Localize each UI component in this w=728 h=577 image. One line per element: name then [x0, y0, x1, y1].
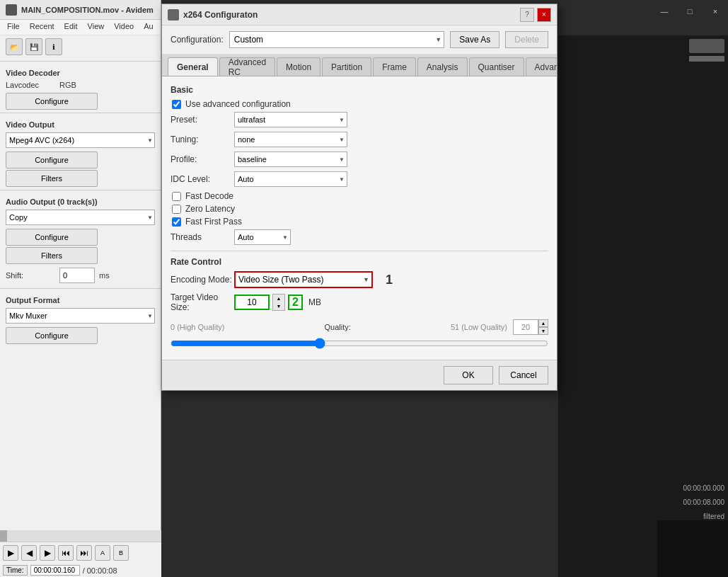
config-label: Configuration: [171, 35, 224, 45]
fast-first-pass-checkbox[interactable] [172, 217, 181, 227]
menu-view[interactable]: View [83, 21, 109, 33]
tab-frame[interactable]: Frame [373, 57, 416, 76]
target-size-input[interactable] [234, 295, 270, 310]
tab-general[interactable]: General [168, 57, 218, 76]
threads-label: Threads [171, 232, 234, 242]
app-title: MAIN_COMPOSITION.mov - Avidem [21, 6, 154, 14]
cancel-btn[interactable]: Cancel [499, 366, 548, 384]
idc-level-label: IDC Level: [171, 174, 234, 184]
dialog-help-btn[interactable]: ? [520, 8, 534, 22]
audio-copy-select[interactable]: Copy [6, 210, 155, 225]
tuning-select[interactable]: none [234, 132, 347, 147]
rate-control-header: Rate Control [171, 257, 548, 267]
tab-analysis[interactable]: Analysis [417, 57, 468, 76]
output-configure-btn[interactable]: Configure [6, 327, 98, 344]
save-as-btn[interactable]: Save As [450, 31, 499, 48]
encoding-mode-select[interactable]: Video Size (Two Pass) Constant Quality A… [234, 271, 373, 288]
fast-decode-label: Fast Decode [185, 191, 233, 201]
app-title-bar: MAIN_COMPOSITION.mov - Avidem [0, 0, 161, 20]
menu-video[interactable]: Video [110, 21, 138, 33]
menu-recent[interactable]: Recent [25, 21, 59, 33]
mark-a-btn[interactable]: A [95, 545, 110, 561]
app-close-btn[interactable]: × [703, 0, 728, 23]
target-size-up[interactable]: ▲ [273, 295, 284, 302]
prev-btn[interactable]: ◀ [21, 545, 37, 561]
threads-select[interactable]: Auto [234, 229, 291, 245]
video-output-codec-row: Mpeg4 AVC (x264) ▼ [0, 130, 161, 150]
dialog-title-bar: x264 Configuraton ? × [162, 4, 557, 25]
idc-level-control: Auto ▼ [234, 171, 548, 187]
preset-control: ultrafast ▼ [234, 112, 548, 127]
target-size-down[interactable]: ▼ [273, 302, 284, 310]
menu-edit[interactable]: Edit [60, 21, 82, 33]
start-btn[interactable]: ⏮ [58, 545, 74, 561]
tab-motion[interactable]: Motion [277, 57, 320, 76]
quality-low-label: 0 (High Quality) [171, 323, 224, 331]
fast-first-pass-row: Fast First Pass [171, 217, 548, 227]
use-advanced-config-checkbox[interactable] [172, 100, 181, 109]
zero-latency-checkbox[interactable] [172, 205, 181, 214]
minimize-btn[interactable]: — [652, 0, 677, 23]
time-label: Time: [3, 565, 28, 576]
tuning-control: none ▼ [234, 132, 548, 147]
target-size-row: Target Video Size: ▲ ▼ 2 MB [171, 292, 548, 312]
decoder-configure-btn[interactable]: Configure [6, 93, 98, 110]
delete-btn[interactable]: Delete [505, 31, 548, 48]
video-configure-btn[interactable]: Configure [6, 152, 98, 168]
target-size-wrapper: ▲ ▼ 2 MB [234, 294, 321, 311]
menu-file[interactable]: File [3, 21, 24, 33]
quality-down[interactable]: ▼ [538, 327, 548, 335]
time-value: 00:00:00.160 [30, 565, 80, 576]
annotation-1: 1 [386, 273, 393, 287]
video-codec-select[interactable]: Mpeg4 AVC (x264) [6, 132, 155, 148]
video-filters-btn[interactable]: Filters [6, 170, 98, 187]
dialog-content: Basic Use advanced configuration Preset:… [162, 76, 557, 360]
preset-select[interactable]: ultrafast [234, 112, 347, 127]
dialog-close-btn[interactable]: × [537, 8, 551, 22]
menu-audio[interactable]: Au [139, 21, 157, 33]
mark-b-btn[interactable]: B [113, 545, 129, 561]
app-icon [6, 4, 17, 16]
ok-btn[interactable]: OK [444, 366, 493, 384]
codec-label: Lavcodec [6, 81, 55, 89]
quality-up[interactable]: ▲ [538, 319, 548, 327]
shift-input[interactable] [59, 268, 95, 283]
profile-control: baseline ▼ [234, 152, 548, 167]
end-btn[interactable]: ⏭ [76, 545, 92, 561]
tab-partition[interactable]: Partition [322, 57, 371, 76]
divider [171, 251, 548, 251]
right-panel: filtered 00:00:08.000 00:00:00.000 [558, 35, 728, 577]
info-btn[interactable]: ℹ [45, 38, 62, 55]
dialog-title-left: x264 Configuraton [168, 9, 258, 21]
playback-bar: ▶ ◀ ▶ ⏮ ⏭ A B Time: 00:00:00.160 / 00:00… [0, 542, 161, 577]
profile-select[interactable]: baseline [234, 152, 347, 167]
audio-configure-btn[interactable]: Configure [6, 229, 98, 246]
config-select[interactable]: Custom [229, 31, 445, 48]
quality-section: 0 (High Quality) Quality: 51 (Low Qualit… [171, 319, 548, 351]
open-btn[interactable]: 📂 [6, 38, 23, 55]
tab-quantiser[interactable]: Quantiser [469, 57, 524, 76]
target-size-input-wrapper [234, 295, 270, 310]
idc-level-select[interactable]: Auto [234, 171, 347, 187]
play-btn[interactable]: ▶ [3, 545, 18, 561]
fast-decode-checkbox[interactable] [172, 192, 181, 201]
tab-advanced[interactable]: Advanced [526, 57, 557, 76]
tab-advanced-rc[interactable]: Advanced RC [219, 57, 275, 76]
video-output-label: Video Output [0, 116, 161, 130]
maximize-btn[interactable]: □ [677, 0, 703, 23]
fast-decode-row: Fast Decode [171, 191, 548, 201]
tuning-label: Tuning: [171, 135, 234, 144]
slider-container [171, 338, 548, 351]
audio-copy-row: Copy ▼ [0, 207, 161, 227]
next-btn[interactable]: ▶ [40, 545, 55, 561]
muxer-row: Mkv Muxer ▼ [0, 306, 161, 326]
tuning-row: Tuning: none ▼ [171, 132, 548, 147]
quality-slider[interactable] [171, 338, 548, 349]
audio-filters-btn[interactable]: Filters [6, 247, 98, 264]
dialog-icon [168, 9, 179, 21]
fast-first-pass-label: Fast First Pass [185, 217, 242, 227]
muxer-select[interactable]: Mkv Muxer [6, 308, 155, 324]
save-btn[interactable]: 💾 [25, 38, 42, 55]
output-format-label: Output Format [0, 292, 161, 306]
audio-copy-dropdown-wrapper: Copy ▼ [6, 210, 155, 225]
